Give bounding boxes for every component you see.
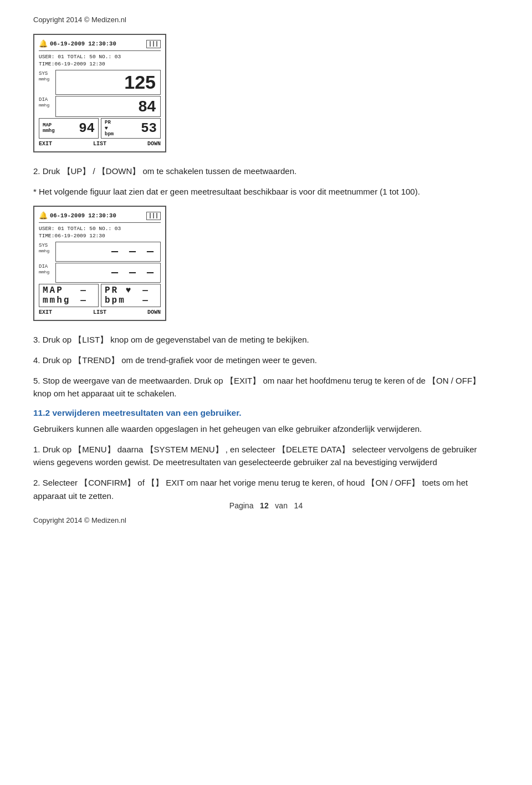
screen2-sys-label: SYS mmhg xyxy=(39,242,55,262)
section-heading: 11.2 verwijderen meetresultaten van een … xyxy=(33,408,499,418)
para-3: 3. Druk op 【LIST】 knop om de gegevenstab… xyxy=(33,333,499,346)
screen2-map-pr-row: MAP mmhg — — PR ♥ bpm — — xyxy=(39,284,161,307)
screen1-datetime: 06-19-2009 12:30:30 xyxy=(50,40,116,47)
screen2-map-cell: MAP mmhg — — xyxy=(39,284,99,307)
screen1-sys-row: SYS mmhg 125 xyxy=(39,70,161,95)
screen1-dia-row: DIA mmhg 84 xyxy=(39,96,161,117)
screen1-dia-label: DIA mmhg xyxy=(39,96,55,117)
para-6: Gebruikers kunnen alle waarden opgeslage… xyxy=(33,422,499,435)
screen2-dia-row: DIA mmhg — — — xyxy=(39,263,161,283)
bell-icon: 🔔 xyxy=(39,39,48,48)
screen1-footer: EXIT LIST DOWN xyxy=(39,141,161,147)
para-8: 2. Selecteer 【CONFIRM】 of 【】 EXIT om naa… xyxy=(33,476,499,502)
page-container: Copyright 2014 © Medizen.nl 🔔 06-19-2009… xyxy=(0,0,532,532)
screen2-pr-cell: PR ♥ bpm — — xyxy=(101,284,161,307)
page-label: Pagina xyxy=(229,501,254,510)
screen2-sys-dash: — — — xyxy=(55,242,161,262)
para-4: 4. Druk op 【TREND】 om de trend-grafiek v… xyxy=(33,354,499,366)
screen2-signal: ||| xyxy=(146,212,161,220)
screen2-sys-row: SYS mmhg — — — xyxy=(39,242,161,262)
page-number: 12 xyxy=(260,501,269,510)
page-footer: Pagina 12 van 14 xyxy=(0,501,532,510)
page-of: van xyxy=(275,501,288,510)
screen1-dia-value: 84 xyxy=(55,96,161,117)
screen1-header: 🔔 06-19-2009 12:30:30 ||| xyxy=(39,39,161,51)
screen2-footer: EXIT LIST DOWN xyxy=(39,309,161,315)
screen2-header: 🔔 06-19-2009 12:30:30 ||| xyxy=(39,211,161,223)
para-5: 5. Stop de weergave van de meetwaarden. … xyxy=(33,374,499,400)
screen1-map-cell: MAP mmhg 94 xyxy=(39,118,99,139)
screen1-sys-value: 125 xyxy=(55,70,161,95)
screen2-datetime: 06-19-2009 12:30:30 xyxy=(50,212,116,219)
copyright-top: Copyright 2014 © Medizen.nl xyxy=(33,16,499,24)
screen1-signal: ||| xyxy=(146,40,161,48)
screen1-map-pr-row: MAP mmhg 94 PR ♥ bpm 53 xyxy=(39,118,161,139)
para-7: 1. Druk op 【MENU】 daarna 【SYSTEM MENU】 ,… xyxy=(33,443,499,469)
screen2-dia-dash: — — — xyxy=(55,263,161,283)
para-1: 2. Druk 【UP】 / 【DOWN】 om te schakelen tu… xyxy=(33,165,499,177)
device-screen-2: 🔔 06-19-2009 12:30:30 ||| USER: 01 TOTAL… xyxy=(33,206,166,321)
page-total: 14 xyxy=(294,501,303,510)
screen2-userinfo: USER: 01 TOTAL: 50 NO.: 03 TIME:06-19-20… xyxy=(39,225,161,240)
screen2-dia-label: DIA mmhg xyxy=(39,263,55,283)
screen1-sys-label: SYS mmhg xyxy=(39,70,55,95)
screen1-pr-cell: PR ♥ bpm 53 xyxy=(101,118,161,139)
screen1-userinfo: USER: 01 TOTAL: 50 NO.: 03 TIME:06-19-20… xyxy=(39,53,161,68)
para-2: * Het volgende figuur laat zien dat er g… xyxy=(33,185,499,198)
device-screen-1: 🔔 06-19-2009 12:30:30 ||| USER: 01 TOTAL… xyxy=(33,34,166,152)
copyright-bottom: Copyright 2014 © Medizen.nl xyxy=(33,516,126,524)
screen2-bell-icon: 🔔 xyxy=(39,211,48,220)
